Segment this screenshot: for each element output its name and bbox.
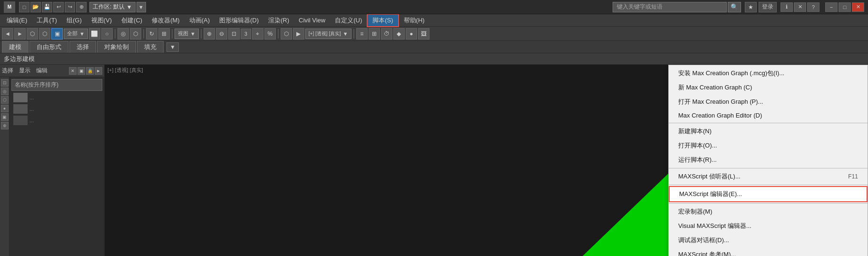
link-button[interactable]: ⬡ — [27, 28, 38, 39]
sidebar-icon-2[interactable]: ◎ — [1, 88, 9, 95]
menu-new-script[interactable]: 新建脚本(N) — [669, 124, 868, 138]
render-frame-button[interactable]: 🖼 — [418, 28, 429, 39]
sidebar-close-icon[interactable]: ✕ — [69, 67, 77, 75]
sidebar-icon-3[interactable]: ⬡ — [1, 96, 9, 104]
menu-run-script[interactable]: 运行脚本(R)... — [669, 153, 868, 167]
menu-maxscript-ref[interactable]: MAXScript 参考(M)... — [669, 247, 868, 256]
tab-freeform[interactable]: 自由形式 — [29, 41, 68, 53]
extra-button[interactable]: ⊕ — [76, 2, 87, 12]
menu-open-mcg[interactable]: 打开 Max Creation Graph (P)... — [669, 95, 868, 109]
scale-button[interactable]: ⊞ — [158, 28, 170, 39]
search-bar[interactable]: 键入关键字或短语 — [613, 2, 727, 12]
search-button[interactable]: 🔍 — [728, 2, 741, 12]
menu-help[interactable]: 帮助(H) — [399, 15, 429, 26]
render-setup-button[interactable]: ⬡ — [281, 28, 292, 39]
sidebar-header: 选择 显示 编辑 ✕ ▣ 🔒 ► — [0, 65, 104, 77]
open-file-button[interactable]: 📂 — [30, 2, 41, 12]
circle-select-button[interactable]: ○ — [101, 28, 113, 39]
menu-script[interactable]: 脚本(S) — [367, 14, 399, 27]
menu-civil-view[interactable]: Civil View — [294, 15, 330, 25]
minimize-button[interactable]: − — [825, 2, 838, 12]
anim-key-button[interactable]: ◆ — [393, 28, 405, 39]
sidebar-icon-5[interactable]: ▣ — [1, 113, 9, 121]
view-mode-dropdown[interactable]: 视图 ▼ — [175, 29, 199, 39]
layer-manager-button[interactable]: ≡ — [356, 28, 368, 39]
help-button[interactable]: ? — [807, 2, 819, 12]
save-file-button[interactable]: 💾 — [42, 2, 52, 12]
workspace-selector[interactable]: 工作区: 默认 ▼ — [89, 2, 136, 12]
list-item-2[interactable]: ... — [11, 103, 102, 115]
menu-maxscript-editor[interactable]: MAXScript 编辑器(E)... — [669, 186, 868, 202]
menu-custom[interactable]: 自定义(U) — [330, 15, 367, 26]
menu-macro-recorder[interactable]: 宏录制器(M) — [669, 205, 868, 219]
undo-button[interactable]: ↩ — [53, 2, 64, 12]
menu-mcg-editor[interactable]: Max Creation Graph Editor (D) — [669, 109, 868, 122]
zoom-in-button[interactable]: ⊕ — [204, 28, 215, 39]
main-area: 选择 显示 编辑 ✕ ▣ 🔒 ► ⊡ ◎ ⬡ ● ▣ ⊕ 名称(按升序排序) — [0, 65, 868, 256]
tab-selection[interactable]: 选择 — [69, 41, 96, 53]
rotate-button[interactable]: ↻ — [146, 28, 157, 39]
timeline-button[interactable]: ⏱ — [381, 28, 392, 39]
tab-object-paint[interactable]: 对象绘制 — [97, 41, 136, 53]
scene-explorer-button[interactable]: ⊞ — [369, 28, 380, 39]
sidebar-icon-1[interactable]: ⊡ — [1, 79, 9, 87]
info-button[interactable]: ℹ — [780, 2, 793, 12]
maximize-button[interactable]: □ — [839, 2, 851, 12]
move-mode-button[interactable]: ► — [14, 28, 26, 39]
sidebar-list-header: 名称(按升序排序) — [11, 79, 102, 91]
snap-button[interactable]: ⌖ — [252, 28, 263, 39]
menu-view[interactable]: 视图(V) — [87, 15, 117, 26]
sidebar-icon-6[interactable]: ⊕ — [1, 122, 9, 129]
x-icon-button[interactable]: ✕ — [794, 2, 806, 12]
sidebar-icon-4[interactable]: ● — [1, 105, 9, 112]
menu-maxscript-listener[interactable]: MAXScript 侦听器(L)... F11 — [669, 169, 868, 184]
select-filter-dropdown[interactable]: 全部 ▼ — [64, 29, 88, 39]
redo-button[interactable]: ↪ — [65, 2, 75, 12]
select-by-name-button[interactable]: ◎ — [117, 28, 129, 39]
sidebar-filter-icon[interactable]: ▣ — [78, 67, 85, 75]
list-item-3[interactable]: ... — [11, 115, 102, 126]
select-mode-button[interactable]: ◄ — [2, 28, 13, 39]
menu-tools[interactable]: 工具(T) — [32, 15, 62, 26]
zoom-out-button[interactable]: ⊖ — [216, 28, 227, 39]
select-set-dropdown[interactable]: [+] [透视] [真实] ▼ — [305, 29, 351, 39]
menu-animation[interactable]: 动画(A) — [185, 15, 215, 26]
workspace-dropdown-arrow[interactable]: ▼ — [137, 2, 146, 12]
menu-modifier[interactable]: 修改器(M) — [147, 15, 185, 26]
position-input[interactable]: 3 — [241, 29, 251, 39]
unlink-button[interactable]: ⬡ — [39, 28, 50, 39]
menu-graph-editor[interactable]: 图形编辑器(D) — [215, 15, 263, 26]
list-item-thumb-3 — [13, 116, 28, 125]
sidebar-lock-icon[interactable]: 🔒 — [86, 67, 94, 75]
menu-edit[interactable]: 编辑(E) — [2, 15, 32, 26]
render-button[interactable]: ▶ — [293, 28, 304, 39]
menu-visual-editor[interactable]: Visual MAXScript 编辑器... — [669, 219, 868, 233]
menu-open-script[interactable]: 打开脚本(O)... — [669, 138, 868, 153]
select-object-button[interactable]: ▣ — [51, 28, 63, 39]
mirror-button[interactable]: ⬡ — [130, 28, 141, 39]
tab-populate[interactable]: 填充 — [137, 41, 164, 53]
menu-debugger[interactable]: 调试器对话框(D)... — [669, 233, 868, 247]
menu-group[interactable]: 组(G) — [62, 15, 87, 26]
tab-modeling[interactable]: 建模 — [2, 41, 29, 53]
menu-render[interactable]: 渲染(R) — [263, 15, 294, 26]
material-editor-button[interactable]: ● — [406, 28, 417, 39]
new-file-button[interactable]: □ — [19, 2, 29, 12]
close-button[interactable]: ✕ — [852, 2, 864, 12]
percent-button[interactable]: % — [264, 28, 276, 39]
menu-install-mcg[interactable]: 安装 Max Creation Graph (.mcg)包(I)... — [669, 66, 868, 80]
favorites-button[interactable]: ★ — [745, 2, 757, 12]
panel-label: 多边形建模 — [0, 53, 868, 65]
list-item[interactable]: ... — [11, 92, 102, 103]
zoom-all-button[interactable]: ⊡ — [228, 28, 240, 39]
rect-select-button[interactable]: ⬜ — [89, 28, 100, 39]
toolbar-separator-6 — [353, 29, 354, 39]
sidebar-display-label[interactable]: 显示 — [19, 67, 30, 75]
menu-new-mcg[interactable]: 新 Max Creation Graph (C) — [669, 80, 868, 95]
menu-create[interactable]: 创建(C) — [117, 15, 147, 26]
sidebar-edit-label[interactable]: 编辑 — [36, 67, 48, 75]
subtab-more-button[interactable]: ▼ — [166, 42, 179, 52]
sidebar-expand-icon[interactable]: ► — [95, 67, 102, 75]
toolbar-separator-5 — [278, 29, 279, 39]
login-button[interactable]: 登录 — [759, 2, 777, 12]
